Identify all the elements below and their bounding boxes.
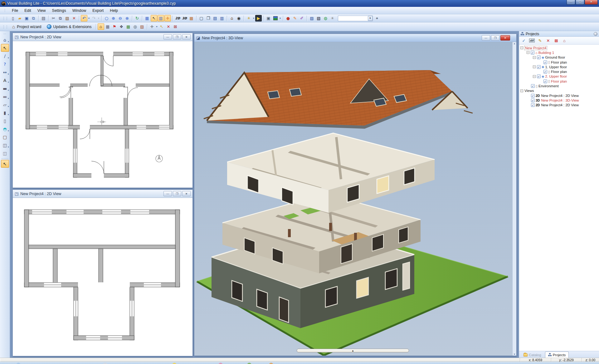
tools-icon[interactable]: ✛	[149, 23, 155, 30]
tile-horizontal-icon[interactable]: ▤	[212, 15, 218, 22]
save-all-icon[interactable]: ⧉	[30, 15, 37, 22]
tree-expander-icon[interactable]: −	[533, 56, 536, 59]
walkthrough-icon[interactable]: ◉	[236, 15, 242, 22]
restore-button[interactable]: ❐	[173, 191, 181, 196]
measure-query-icon[interactable]: ?	[1, 60, 9, 68]
find-binoculars-icon[interactable]: ⌖	[374, 15, 380, 22]
tree-item[interactable]: ✓3DNew Project4 : 3D-View	[520, 98, 599, 103]
text-tool-icon[interactable]: A	[1, 76, 9, 84]
new-2d-view-icon[interactable]: 2D	[174, 15, 181, 22]
close-button[interactable]: ✕	[182, 191, 191, 196]
close-button[interactable]: ✕	[500, 35, 510, 41]
sketchup-flag-icon[interactable]: ⚑	[111, 23, 118, 30]
preview-page-icon[interactable]: ◎	[132, 23, 139, 30]
light-settings-icon[interactable]: ☀	[246, 15, 252, 22]
panel-pin-icon[interactable]	[594, 32, 597, 36]
export-image-icon[interactable]: ▣	[265, 15, 272, 22]
tree-item[interactable]: −Views	[520, 89, 599, 93]
tree-item[interactable]: ✓▯Environment	[520, 84, 599, 88]
minimize-button[interactable]: —	[163, 191, 172, 196]
assign-building-icon[interactable]: ⌂	[561, 37, 568, 44]
new-file-icon[interactable]: ▯	[10, 15, 16, 22]
landscape-icon[interactable]: ▩	[125, 23, 132, 30]
tree-checkbox[interactable]: ✓	[531, 94, 535, 98]
tree-item[interactable]: −✓◈1. Upper floor	[520, 65, 599, 69]
spotlight-icon[interactable]: ▶	[255, 15, 262, 22]
titlebar[interactable]: Visual Building Lite - C:\Users\Les\Docu…	[0, 0, 599, 7]
minimize-button[interactable]: —	[482, 35, 490, 41]
zoom-region-icon[interactable]: ○	[103, 15, 110, 22]
slab-tool-icon[interactable]: ▱	[1, 101, 9, 108]
snap-cross-icon[interactable]: ✛	[164, 15, 171, 22]
tree-checkbox[interactable]: ✓	[537, 74, 541, 78]
zoom-out-icon[interactable]: ⊖	[117, 15, 124, 22]
tree-item[interactable]: ✓▯Floor plan	[520, 69, 599, 74]
window2-tool-icon[interactable]: ◫	[1, 149, 9, 157]
scroll-down-icon[interactable]: ▼	[514, 353, 516, 355]
line-tool-icon[interactable]: ∕	[1, 52, 9, 60]
menu-edit[interactable]: Edit	[22, 7, 34, 14]
floorplan-mode-icon[interactable]: ⌂	[1, 36, 9, 44]
toolbar-grip[interactable]: ⋮⋮	[2, 25, 8, 29]
plan-window-top-titlebar[interactable]: ◳ New Project4 : 2D View — ❐ ✕	[13, 33, 192, 41]
plan-canvas-bottom[interactable]	[13, 198, 192, 356]
tab-catalog[interactable]: Catalog	[520, 352, 544, 358]
view3d-titlebar[interactable]: ◪ New Project4 : 3D-View — ❐ ✕	[194, 34, 516, 42]
construction-grid-icon[interactable]: ▦	[105, 23, 111, 30]
print-icon[interactable]: ▤	[40, 15, 47, 22]
guides-icon[interactable]: ▥	[158, 15, 164, 22]
tree-checkbox[interactable]: ✓	[531, 103, 535, 107]
plan-canvas-top[interactable]	[13, 41, 192, 188]
projects-panel-header[interactable]: Projects	[519, 31, 599, 37]
undo-icon[interactable]: ↶	[81, 15, 87, 22]
measure-icon[interactable]: ▨	[309, 15, 315, 22]
window-tool-icon[interactable]: ◫	[1, 141, 9, 149]
new-3d-view-icon[interactable]: 3D	[181, 15, 188, 22]
viewports-icon[interactable]: ▩	[188, 15, 195, 22]
object-3d-icon[interactable]: ❖	[118, 23, 125, 30]
tree-checkbox[interactable]: ✓	[543, 79, 547, 83]
tile-vertical-icon[interactable]: ▥	[219, 15, 225, 22]
restore-button[interactable]: ❐	[173, 34, 181, 40]
confirm-icon[interactable]: ✓	[520, 37, 527, 44]
menu-window[interactable]: Window	[70, 7, 89, 14]
door-tool-icon[interactable]: ▢	[1, 133, 9, 141]
material-sphere-icon[interactable]: ●	[285, 15, 291, 22]
delete-item-icon[interactable]: ✕	[545, 37, 552, 44]
tree-item[interactable]: −✓◈2. Upper floor	[520, 74, 599, 79]
zoom-reset-icon[interactable]: ⊗	[124, 15, 130, 22]
google-earth-icon[interactable]: ◍	[322, 15, 329, 22]
tree-item[interactable]: ✓▯Floor plan	[520, 79, 599, 84]
tree-expander-icon[interactable]: −	[520, 46, 523, 49]
menu-export[interactable]: Export	[90, 7, 106, 14]
search-combobox[interactable]: ▼	[338, 16, 373, 21]
menu-settings[interactable]: Settings	[49, 7, 69, 14]
delete-icon[interactable]: ✕	[71, 15, 77, 22]
tree-checkbox[interactable]: ✓	[537, 65, 541, 69]
measure-edit-icon[interactable]: ▧	[315, 15, 322, 22]
grid-icon[interactable]: ▦	[144, 15, 150, 22]
tree-item[interactable]: ✓▯Floor plan	[520, 60, 599, 65]
tab-projects[interactable]: Projects	[545, 352, 569, 358]
save-icon[interactable]: ▣	[23, 15, 30, 22]
view3d-bottom-slider[interactable]: ▲	[297, 349, 409, 352]
launcher-updates-extensions[interactable]: Updates & Extensions	[44, 24, 94, 30]
rename-icon[interactable]: ✎	[537, 37, 543, 44]
tree-checkbox[interactable]: ✓	[543, 60, 547, 64]
chevron-down-icon[interactable]: ▼	[368, 16, 373, 21]
wall-edit-tool-icon[interactable]: ▬	[1, 93, 9, 100]
close-view-icon[interactable]: ⊠	[553, 37, 560, 44]
restore-button[interactable]: ❐	[491, 35, 499, 41]
tree-checkbox[interactable]: ✓	[531, 51, 534, 55]
menu-help[interactable]: Help	[107, 7, 121, 14]
tree-item[interactable]: −New Project4	[520, 46, 599, 50]
new-window-icon[interactable]: ▢	[198, 15, 205, 22]
building-view-icon[interactable]: ⌂	[98, 23, 104, 30]
copy-icon[interactable]: ⧉	[57, 15, 64, 22]
tree-checkbox[interactable]: ✓	[537, 55, 541, 59]
refresh-view-icon[interactable]: ↻	[134, 15, 140, 22]
tree-item[interactable]: −✓◈Ground floor	[520, 55, 599, 60]
daylight-icon[interactable]: ☀	[329, 15, 336, 22]
tree-item[interactable]: ✓2DNew Project4 : 2D View	[520, 93, 599, 98]
delete-mode-icon[interactable]: ✕	[165, 23, 172, 30]
